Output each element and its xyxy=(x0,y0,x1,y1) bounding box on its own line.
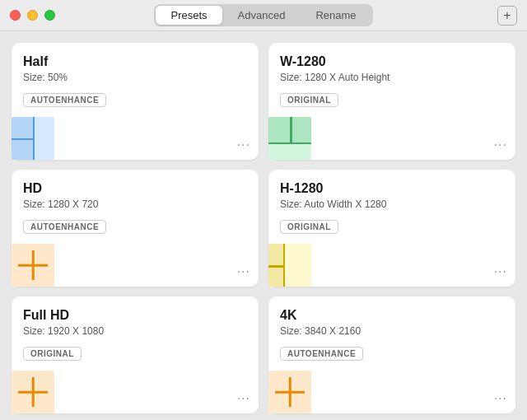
preset-4k-title: 4K xyxy=(280,308,504,323)
preset-w1280-title: W-1280 xyxy=(280,54,504,69)
preset-4k-size: Size: 3840 X 2160 xyxy=(280,325,504,337)
preset-h1280-more[interactable]: ··· xyxy=(494,265,507,278)
preset-half-preview xyxy=(12,117,54,160)
preset-4k-preview xyxy=(268,371,311,413)
add-button[interactable]: + xyxy=(497,6,517,26)
preset-hd-size: Size: 1280 X 720 xyxy=(23,198,247,210)
tab-group: Presets Advanced Rename xyxy=(154,4,372,26)
preset-h1280-size: Size: Auto Width X 1280 xyxy=(280,198,504,210)
preset-fullhd-badge: ORIGINAL xyxy=(23,347,82,361)
preset-4k-badge: AUTOENHANCE xyxy=(280,347,363,361)
tab-advanced[interactable]: Advanced xyxy=(223,6,301,25)
preset-w1280-preview xyxy=(268,117,311,160)
preset-h1280-preview xyxy=(268,244,311,287)
preset-w1280: W-1280 Size: 1280 X Auto Height ORIGINAL… xyxy=(268,43,515,160)
traffic-lights xyxy=(10,10,55,21)
preset-hd: HD Size: 1280 X 720 AUTOENHANCE ··· xyxy=(12,170,259,287)
minimize-button[interactable] xyxy=(27,10,38,21)
maximize-button[interactable] xyxy=(44,10,55,21)
preset-fullhd-more[interactable]: ··· xyxy=(237,392,250,405)
preset-w1280-size: Size: 1280 X Auto Height xyxy=(280,72,504,83)
preset-hd-badge: AUTOENHANCE xyxy=(23,220,106,234)
preset-half: Half Size: 50% AUTOENHANCE ··· xyxy=(12,43,259,160)
preset-w1280-more[interactable]: ··· xyxy=(494,138,507,152)
preset-fullhd-size: Size: 1920 X 1080 xyxy=(23,325,247,337)
preset-half-title: Half xyxy=(23,54,247,69)
preset-half-size: Size: 50% xyxy=(23,72,247,83)
preset-h1280: H-1280 Size: Auto Width X 1280 ORIGINAL … xyxy=(268,170,515,287)
tab-presets[interactable]: Presets xyxy=(156,6,222,25)
preset-hd-title: HD xyxy=(23,181,247,196)
preset-fullhd-title: Full HD xyxy=(23,308,247,323)
preset-fullhd-preview xyxy=(12,371,54,413)
preset-hd-preview xyxy=(12,244,54,287)
preset-fullhd: Full HD Size: 1920 X 1080 ORIGINAL ··· xyxy=(12,296,259,413)
preset-hd-more[interactable]: ··· xyxy=(237,265,250,278)
titlebar: Presets Advanced Rename + xyxy=(0,0,527,31)
presets-grid: Half Size: 50% AUTOENHANCE ··· W-1280 Si… xyxy=(0,31,527,420)
preset-4k-more[interactable]: ··· xyxy=(494,392,507,405)
close-button[interactable] xyxy=(10,10,21,21)
preset-half-badge: AUTOENHANCE xyxy=(23,93,106,107)
preset-h1280-badge: ORIGINAL xyxy=(280,220,338,234)
preset-h1280-title: H-1280 xyxy=(280,181,504,196)
preset-4k: 4K Size: 3840 X 2160 AUTOENHANCE ··· xyxy=(268,296,515,413)
tab-rename[interactable]: Rename xyxy=(301,6,371,25)
preset-w1280-badge: ORIGINAL xyxy=(280,93,338,107)
preset-half-more[interactable]: ··· xyxy=(237,138,250,152)
